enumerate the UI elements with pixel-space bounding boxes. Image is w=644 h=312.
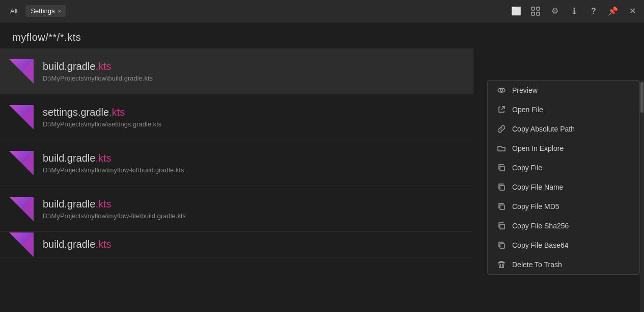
- file-name-ext: .kts: [95, 198, 111, 210]
- file-name-ext: .kts: [109, 107, 125, 118]
- menu-label-copy-absolute-path: Copy Absolute Path: [512, 125, 575, 133]
- file-name-base: build.gradle: [43, 239, 95, 250]
- file-item[interactable]: build.gradle.kts D:\MyProjects\myflow\my…: [0, 140, 473, 186]
- menu-label-copy-file-sha256: Copy File Sha256: [512, 222, 569, 230]
- menu-label-copy-file-base64: Copy File Base64: [512, 241, 569, 249]
- top-bar: All Settings × ⬜ ⚙ ℹ ? 📌 ✕: [0, 0, 644, 22]
- file-name: build.gradle.kts: [43, 239, 111, 250]
- menu-label-copy-file-md5: Copy File MD5: [512, 202, 559, 211]
- file-name-ext: .kts: [95, 152, 111, 164]
- svg-rect-20: [500, 244, 505, 248]
- menu-label-copy-file-name: Copy File Name: [512, 183, 563, 191]
- scrollbar[interactable]: [640, 80, 644, 312]
- menu-item-delete-to-trash[interactable]: Delete To Trash: [488, 255, 639, 274]
- svg-rect-0: [531, 7, 535, 10]
- svg-rect-2: [531, 12, 535, 15]
- trash-icon: [497, 260, 506, 269]
- file-info: build.gradle.kts: [43, 239, 111, 250]
- file-path: D:\MyProjects\myflow\build.gradle.kts: [43, 74, 153, 82]
- file-name: settings.gradle.kts: [43, 107, 161, 118]
- svg-point-15: [500, 89, 503, 92]
- file-name-ext: .kts: [95, 239, 111, 250]
- tab-all[interactable]: All: [6, 5, 21, 17]
- kotlin-icon: [8, 58, 35, 85]
- kotlin-icon: [8, 232, 35, 257]
- tab-settings[interactable]: Settings ×: [25, 5, 66, 17]
- info-icon[interactable]: ℹ: [569, 6, 580, 17]
- link-icon: [497, 124, 506, 134]
- window-icon[interactable]: ⬜: [511, 6, 522, 17]
- file-path: D:\MyProjects\myflow\myflow-file\build.g…: [43, 212, 186, 220]
- file-item[interactable]: settings.gradle.kts D:\MyProjects\myflow…: [0, 94, 473, 140]
- svg-rect-17: [500, 186, 505, 190]
- file-info: build.gradle.kts D:\MyProjects\myflow\my…: [43, 198, 186, 220]
- grid-icon[interactable]: [530, 6, 541, 17]
- file-item[interactable]: build.gradle.kts D:\MyProjects\myflow\bu…: [0, 48, 473, 94]
- search-query: myflow/**/*.kts: [0, 22, 644, 48]
- help-icon[interactable]: ?: [588, 6, 599, 17]
- kotlin-icon: [8, 196, 35, 222]
- file-name-base: build.gradle: [43, 198, 95, 210]
- file-info: build.gradle.kts D:\MyProjects\myflow\bu…: [43, 61, 153, 82]
- copy-md5-icon: [497, 202, 506, 211]
- file-name: build.gradle.kts: [43, 198, 186, 210]
- close-icon[interactable]: ✕: [627, 6, 638, 17]
- file-info: settings.gradle.kts D:\MyProjects\myflow…: [43, 107, 161, 128]
- scrollbar-thumb[interactable]: [640, 82, 643, 113]
- menu-item-copy-file-name[interactable]: Copy File Name: [488, 177, 639, 197]
- file-info: build.gradle.kts D:\MyProjects\myflow\my…: [43, 152, 184, 174]
- menu-label-open-file: Open File: [512, 106, 543, 114]
- svg-rect-16: [500, 166, 505, 171]
- file-name-base: build.gradle: [43, 61, 95, 72]
- svg-rect-19: [500, 224, 505, 229]
- menu-item-copy-file[interactable]: Copy File: [488, 158, 639, 177]
- toolbar-icons: ⬜ ⚙ ℹ ? 📌 ✕: [511, 6, 638, 17]
- copy-base64-icon: [497, 241, 506, 250]
- svg-rect-1: [537, 7, 540, 10]
- context-menu: Preview Open File Copy Absolute Path Ope…: [487, 80, 640, 275]
- file-item[interactable]: build.gradle.kts: [0, 232, 473, 257]
- menu-label-copy-file: Copy File: [512, 164, 542, 172]
- file-path: D:\MyProjects\myflow\settings.gradle.kts: [43, 120, 161, 128]
- svg-rect-3: [537, 12, 540, 15]
- file-name-base: settings.gradle: [43, 107, 109, 118]
- menu-label-delete-to-trash: Delete To Trash: [512, 261, 562, 269]
- menu-item-copy-absolute-path[interactable]: Copy Absolute Path: [488, 119, 639, 139]
- gear-icon[interactable]: ⚙: [549, 6, 561, 17]
- copy-name-icon: [497, 183, 506, 192]
- tab-bar: All Settings ×: [6, 5, 66, 17]
- svg-rect-18: [500, 205, 505, 210]
- file-name: build.gradle.kts: [43, 61, 153, 72]
- file-name-ext: .kts: [95, 61, 111, 72]
- eye-icon: [497, 86, 506, 95]
- menu-item-open-in-explore[interactable]: Open In Explore: [488, 139, 639, 158]
- file-item[interactable]: build.gradle.kts D:\MyProjects\myflow\my…: [0, 186, 473, 232]
- menu-label-preview: Preview: [512, 86, 538, 94]
- menu-item-open-file[interactable]: Open File: [488, 100, 639, 119]
- copy-sha-icon: [497, 221, 506, 230]
- menu-item-copy-file-base64[interactable]: Copy File Base64: [488, 236, 639, 255]
- folder-icon: [497, 144, 506, 153]
- menu-label-open-in-explore: Open In Explore: [512, 144, 564, 152]
- pin-icon[interactable]: 📌: [607, 6, 619, 17]
- menu-item-copy-file-sha256[interactable]: Copy File Sha256: [488, 216, 639, 236]
- tab-settings-label: Settings: [31, 7, 54, 15]
- file-name: build.gradle.kts: [43, 152, 184, 164]
- external-link-icon: [497, 105, 506, 114]
- file-name-base: build.gradle: [43, 152, 95, 164]
- kotlin-icon: [8, 104, 35, 131]
- menu-item-preview[interactable]: Preview: [488, 81, 639, 100]
- file-list: build.gradle.kts D:\MyProjects\myflow\bu…: [0, 48, 473, 257]
- file-path: D:\MyProjects\myflow\myflow-kit\build.gr…: [43, 166, 184, 174]
- copy-icon: [497, 163, 506, 172]
- kotlin-icon: [8, 150, 35, 176]
- menu-item-copy-file-md5[interactable]: Copy File MD5: [488, 197, 639, 216]
- tab-settings-close[interactable]: ×: [58, 8, 61, 14]
